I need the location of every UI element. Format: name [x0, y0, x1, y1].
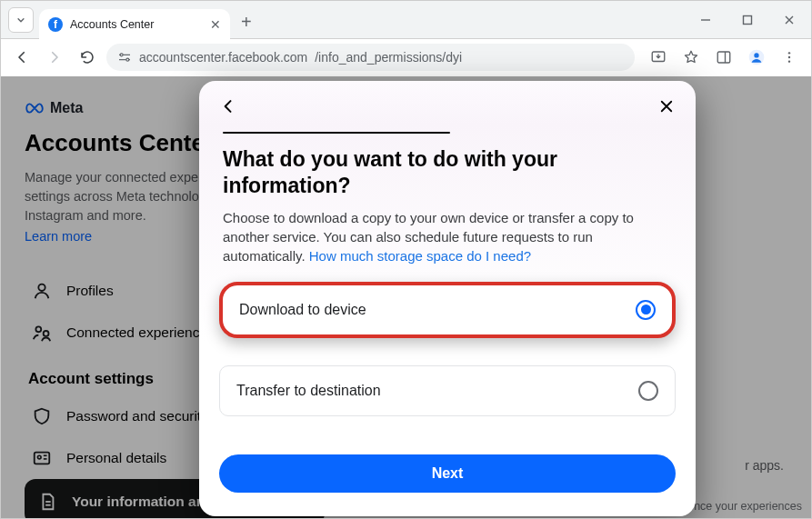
window-controls — [687, 5, 807, 35]
install-app-icon[interactable] — [644, 48, 673, 66]
window-close-button[interactable] — [771, 5, 807, 35]
site-settings-icon[interactable] — [117, 50, 132, 65]
tabs-dropdown-button[interactable] — [8, 7, 34, 33]
address-bar[interactable]: accountscenter.facebook.com/info_and_per… — [106, 44, 635, 71]
tab-title: Accounts Center — [70, 18, 154, 31]
next-button[interactable]: Next — [219, 454, 676, 493]
option-download-to-device[interactable]: Download to device — [219, 282, 676, 338]
modal-title: What do you want to do with your informa… — [199, 146, 696, 208]
nav-reload-button[interactable] — [74, 44, 101, 71]
facebook-favicon-icon: f — [48, 17, 63, 32]
nav-back-button[interactable] — [8, 44, 35, 71]
browser-tab[interactable]: f Accounts Center ✕ — [39, 9, 230, 40]
storage-space-link[interactable]: How much storage space do I need? — [309, 248, 531, 264]
nav-forward-button[interactable] — [41, 44, 68, 71]
side-panel-icon[interactable] — [709, 48, 738, 66]
svg-rect-9 — [717, 52, 730, 63]
svg-rect-1 — [744, 15, 752, 24]
modal-progress-indicator — [223, 132, 450, 134]
download-info-modal: What do you want to do with your informa… — [199, 81, 696, 516]
svg-point-13 — [788, 52, 790, 54]
tab-close-icon[interactable]: ✕ — [210, 17, 221, 32]
bookmark-star-icon[interactable] — [677, 48, 706, 66]
modal-close-button[interactable] — [654, 94, 679, 119]
radio-selected-icon — [636, 300, 656, 320]
modal-back-button[interactable] — [216, 94, 241, 119]
option-label: Transfer to destination — [236, 383, 381, 399]
url-host: accountscenter.facebook.com — [139, 50, 307, 65]
browser-tab-strip: f Accounts Center ✕ + — [1, 1, 811, 39]
svg-point-15 — [788, 60, 790, 62]
svg-point-12 — [754, 53, 758, 57]
radio-unselected-icon — [638, 381, 658, 401]
svg-point-3 — [126, 58, 129, 61]
modal-description: Choose to download a copy to your own de… — [199, 208, 696, 269]
window-maximize-button[interactable] — [729, 5, 766, 35]
svg-point-2 — [120, 54, 123, 56]
browser-toolbar: accountscenter.facebook.com/info_and_per… — [1, 39, 811, 75]
svg-point-14 — [788, 56, 790, 58]
option-label: Download to device — [239, 302, 366, 318]
option-transfer-to-destination[interactable]: Transfer to destination — [219, 365, 676, 416]
chrome-menu-icon[interactable] — [775, 48, 804, 66]
window-minimize-button[interactable] — [687, 5, 724, 35]
profile-avatar-icon[interactable] — [742, 48, 771, 66]
url-path: /info_and_permissions/dyi — [315, 50, 462, 65]
new-tab-button[interactable]: + — [230, 12, 263, 33]
